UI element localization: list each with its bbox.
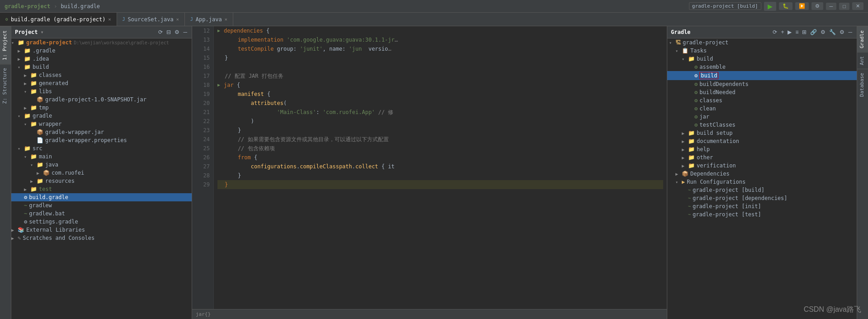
- close-window-button[interactable]: ✕: [852, 2, 863, 10]
- gradle-add-btn[interactable]: +: [780, 28, 785, 36]
- tree-item-gradlew[interactable]: ~ gradlew: [11, 201, 192, 209]
- g-verif-arrow: ▶: [682, 163, 688, 168]
- gradle-sync-btn[interactable]: ⟳: [772, 28, 778, 36]
- tab-sourceset[interactable]: J SourceSet.java ✕: [117, 13, 185, 26]
- gradle-wrench-btn[interactable]: 🔧: [828, 28, 837, 36]
- gradle-filter-btn[interactable]: ⚙: [820, 28, 826, 36]
- gradle-link-btn[interactable]: 🔗: [809, 28, 818, 36]
- tree-item-gradle-hidden[interactable]: ▶ 📁 .gradle: [11, 47, 192, 55]
- g-item-root[interactable]: ▾ 🏗 gradle-project: [667, 38, 857, 47]
- code-line-25: // 包含依赖项: [217, 144, 663, 153]
- g-buildDep-label: buildDependents: [699, 81, 748, 87]
- g-item-build-task[interactable]: ⚙ build: [667, 71, 857, 80]
- tree-item-settings[interactable]: ⚙ settings.gradle: [11, 218, 192, 226]
- gradle-panel-tab[interactable]: Gradle: [857, 26, 868, 52]
- tree-item-gradle2[interactable]: ▾ 📁 gradle: [11, 112, 192, 120]
- gradle-expand-btn[interactable]: ⊞: [801, 28, 807, 36]
- g-item-rc-build[interactable]: ~ gradle-project [build]: [667, 186, 857, 194]
- g-item-rc-init[interactable]: ~ gradle-project [init]: [667, 202, 857, 210]
- g-item-assemble[interactable]: ⚙ assemble: [667, 63, 857, 71]
- g-item-tasks[interactable]: ▾ 📋 Tasks: [667, 47, 857, 55]
- tree-item-generated[interactable]: ▶ 📁 generated: [11, 79, 192, 87]
- g-item-buildNeeded[interactable]: ⚙ buildNeeded: [667, 88, 857, 96]
- tree-item-src[interactable]: ▾ 📁 src: [11, 144, 192, 152]
- g-rc-deps-label: gradle-project [dependencies]: [693, 195, 788, 201]
- g-item-clean[interactable]: ⚙ clean: [667, 105, 857, 113]
- g-item-dependencies[interactable]: ▶ 📦 Dependencies: [667, 170, 857, 178]
- gradle2-arrow: ▾: [18, 114, 24, 119]
- code-content[interactable]: ▶ dependencies { implementation 'com.goo…: [214, 26, 667, 309]
- external-icon: 📚: [18, 227, 24, 233]
- editor-statusbar: jar{}: [192, 309, 667, 319]
- tree-item-root[interactable]: ▾ 📁 gradle-project D:\wenjian\workspace\…: [11, 38, 192, 47]
- tree-item-main[interactable]: ▾ 📁 main: [11, 152, 192, 161]
- g-buildNeeded-icon: ⚙: [694, 89, 698, 95]
- g-classes-label: classes: [699, 97, 722, 104]
- tree-item-resources[interactable]: ▶ 📁 resources: [11, 177, 192, 185]
- tree-item-gw-props[interactable]: 📄 gradle-wrapper.properties: [11, 136, 192, 144]
- g-item-run-configs[interactable]: ▾ ▶ Run Configurations: [667, 178, 857, 186]
- tmp-icon: 📁: [30, 105, 37, 111]
- debug-button[interactable]: 🐛: [779, 2, 793, 10]
- g-item-help[interactable]: ▶ 📁 help: [667, 145, 857, 153]
- tab-close-sourceset[interactable]: ✕: [176, 17, 179, 22]
- code-line-13: implementation 'com.google.guava:guava:3…: [217, 35, 663, 44]
- tab-app[interactable]: J App.java ✕: [185, 13, 233, 26]
- tree-item-tmp[interactable]: ▶ 📁 tmp: [11, 104, 192, 112]
- ant-panel-tab[interactable]: Ant: [857, 52, 868, 69]
- tree-item-wrapper[interactable]: ▾ 📁 wrapper: [11, 120, 192, 128]
- sync-button[interactable]: ⟳: [157, 28, 164, 36]
- structure-panel-tab[interactable]: Z: Structure: [0, 64, 11, 107]
- tree-item-gradlew-bat[interactable]: ~ gradlew.bat: [11, 209, 192, 218]
- tree-item-idea[interactable]: ▶ 📁 .idea: [11, 55, 192, 63]
- gradle-settings-btn[interactable]: ⚙: [839, 28, 845, 36]
- gradle-collapse-btn[interactable]: ≡: [794, 28, 799, 36]
- tree-item-java[interactable]: ▾ 📁 java: [11, 161, 192, 169]
- database-panel-tab[interactable]: Database: [857, 69, 868, 100]
- tree-item-classes[interactable]: ▶ 📁 classes: [11, 71, 192, 79]
- g-item-buildDependents[interactable]: ⚙ buildDependents: [667, 80, 857, 88]
- g-tasks-icon: 📋: [682, 48, 689, 54]
- g-item-rc-dependencies[interactable]: ~ gradle-project [dependencies]: [667, 194, 857, 202]
- g-verif-label: verification: [697, 162, 736, 169]
- g-item-classes[interactable]: ⚙ classes: [667, 96, 857, 105]
- tree-item-snapshot[interactable]: 📦 gradle-project-1.0-SNAPSHOT.jar: [11, 95, 192, 104]
- tree-item-build[interactable]: ▾ 📁 build: [11, 63, 192, 71]
- coverage-button[interactable]: ▶️: [795, 2, 809, 10]
- g-item-verification[interactable]: ▶ 📁 verification: [667, 162, 857, 170]
- g-item-testClasses[interactable]: ⚙ testClasses: [667, 121, 857, 129]
- tab-build-gradle[interactable]: ⚙ build.gradle (gradle-project) ✕: [0, 13, 117, 26]
- minimize-button[interactable]: ─: [826, 3, 837, 10]
- tree-item-libs[interactable]: ▾ 📁 libs: [11, 87, 192, 95]
- gradle-hide-btn[interactable]: ─: [847, 28, 853, 36]
- g-item-jar[interactable]: ⚙ jar: [667, 113, 857, 121]
- tree-item-scratches[interactable]: ▶ ✎ Scratches and Consoles: [11, 234, 192, 242]
- external-label: External Libraries: [26, 227, 85, 233]
- tab-label-build: build.gradle (gradle-project): [11, 16, 106, 23]
- g-buildsetup-arrow: ▶: [682, 131, 688, 136]
- gradlew-label: gradlew: [29, 202, 52, 209]
- g-item-rc-test[interactable]: ~ gradle-project [test]: [667, 210, 857, 219]
- g-item-build-setup[interactable]: ▶ 📁 build setup: [667, 129, 857, 137]
- maximize-button[interactable]: □: [839, 3, 849, 10]
- collapse-button[interactable]: ⊟: [165, 28, 172, 36]
- tree-item-com-ruofei[interactable]: ▶ 📦 com.ruofei: [11, 169, 192, 177]
- tree-item-test[interactable]: ▶ 📁 test: [11, 185, 192, 193]
- g-item-build-group[interactable]: ▾ 📁 build: [667, 55, 857, 63]
- tree-item-gw-jar[interactable]: 📦 gradle-wrapper.jar: [11, 128, 192, 136]
- g-rc-test-icon: ~: [688, 212, 691, 217]
- g-item-other[interactable]: ▶ 📁 other: [667, 153, 857, 162]
- gradle-run-btn[interactable]: ▶: [787, 28, 793, 36]
- code-area[interactable]: 12 13 14 15 16 17 18 19 20 21 22 23 24 2…: [192, 26, 667, 309]
- tree-item-build-gradle[interactable]: ⚙ build.gradle: [11, 193, 192, 201]
- tree-item-external[interactable]: ▶ 📚 External Libraries: [11, 226, 192, 234]
- project-panel-tab[interactable]: 1: Project: [0, 26, 11, 64]
- tab-close-build[interactable]: ✕: [108, 17, 111, 22]
- settings-button[interactable]: ⚙: [811, 2, 823, 10]
- tab-close-app[interactable]: ✕: [225, 17, 227, 22]
- main-label: main: [39, 153, 52, 160]
- settings-tool-button[interactable]: ⚙: [174, 28, 180, 36]
- hide-button[interactable]: ─: [182, 28, 188, 36]
- run-button[interactable]: ▶: [764, 2, 776, 11]
- g-item-documentation[interactable]: ▶ 📁 documentation: [667, 137, 857, 145]
